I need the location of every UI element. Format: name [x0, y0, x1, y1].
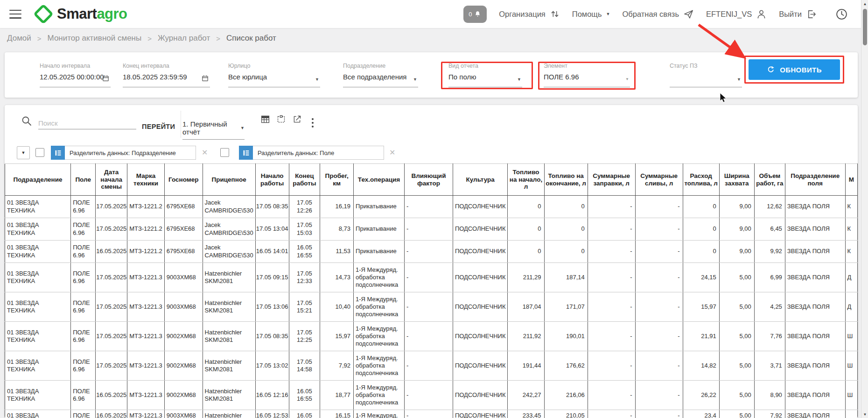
go-button[interactable]: ПЕРЕЙТИ: [142, 123, 175, 130]
element-select[interactable]: Элемент ПОЛЕ 6.96 ▼: [544, 63, 630, 87]
table-row[interactable]: 01 ЗВЕЗДА ТЕХНИКАПОЛЕ 6.9616.05.2025МТЗ-…: [5, 241, 858, 263]
cell: 01 ЗВЕЗДА ТЕХНИКА: [5, 218, 71, 241]
table-row[interactable]: 01 ЗВЕЗДА ТЕХНИКАПОЛЕ 6.9617.05.2025МТЗ-…: [5, 218, 858, 241]
user-menu[interactable]: EFTENIJ_VS: [706, 9, 767, 20]
element-value: ПОЛЕ 6.96: [544, 73, 630, 83]
refresh-button[interactable]: ОБНОВИТЬ: [749, 59, 840, 80]
column-header[interactable]: Ширина захвата: [719, 164, 754, 196]
start-interval-value: 12.05.2025 00:00:00: [40, 73, 111, 83]
toolbar-divider: [181, 111, 181, 138]
column-header[interactable]: Суммарные сливы, л: [635, 164, 683, 196]
calendar-icon[interactable]: [201, 74, 209, 82]
column-header[interactable]: Дата начала смены: [96, 164, 127, 196]
cell: 5,00: [719, 410, 754, 418]
more-options-button[interactable]: [310, 116, 315, 129]
column-header[interactable]: Топливо на начало, л: [508, 164, 544, 196]
search-input[interactable]: [38, 117, 136, 129]
column-header[interactable]: Объем работ, га: [754, 164, 785, 196]
breadcrumb-item[interactable]: Журнал работ: [158, 34, 210, 43]
cell: ПОДСОЛНЕЧНИК: [453, 322, 508, 351]
close-icon[interactable]: ✕: [389, 148, 395, 157]
breadcrumb-item[interactable]: Монитор активной смены: [48, 34, 142, 43]
app-logo[interactable]: Smartagro: [34, 4, 127, 24]
history-button[interactable]: [835, 8, 848, 21]
legal-entity-select[interactable]: Юрлицо Все юрлица ▼: [228, 63, 320, 87]
table-row[interactable]: 01 ЗВЕЗДА ТЕХНИКАПОЛЕ 6.9616.05.2025МТЗ-…: [5, 381, 858, 410]
table-row[interactable]: 01 ЗВЕЗДА ТЕХНИКАПОЛЕ 6.9617.05.2025МТЗ-…: [5, 292, 858, 322]
table-row[interactable]: 01 ЗВЕЗДА ТЕХНИКАПОЛЕ 6.9617.05.2025МТЗ-…: [5, 322, 858, 351]
table-row[interactable]: 01 ЗВЕЗДА ТЕХНИКАПОЛЕ 6.9617.05.2025МТЗ-…: [5, 351, 858, 381]
column-header[interactable]: Подразделение поля: [785, 164, 845, 196]
vertical-scrollbar[interactable]: ▲ ▼: [861, 0, 868, 418]
division-select[interactable]: Подразделение Все подразделения ▼: [343, 63, 418, 87]
division-label: Подразделение: [343, 63, 418, 69]
splitter-checkbox-division[interactable]: [35, 148, 44, 157]
cell: -: [635, 381, 683, 410]
start-interval-field[interactable]: Начало интервала 12.05.2025 00:00:00: [40, 63, 111, 87]
column-header[interactable]: Конец работы: [289, 164, 320, 196]
column-header[interactable]: Топливо на окончание, л: [544, 164, 588, 196]
column-header[interactable]: Поле: [71, 164, 96, 196]
end-interval-field[interactable]: Конец интервала 18.05.2025 23:59:59: [123, 63, 210, 87]
notifications-button[interactable]: 0: [463, 6, 487, 23]
organization-menu[interactable]: Организация: [499, 9, 560, 19]
cell: -: [588, 410, 635, 418]
scroll-up-button[interactable]: ▲: [861, 0, 868, 7]
cell: -: [404, 292, 453, 322]
cell-selection-icon[interactable]: [276, 114, 286, 124]
chevron-down-icon: ▼: [517, 77, 521, 82]
column-header[interactable]: Подразделение: [5, 164, 71, 196]
column-header[interactable]: Прицепное: [203, 164, 255, 196]
help-menu[interactable]: Помощь ▼: [572, 10, 610, 19]
feedback-button[interactable]: Обратная связь: [622, 9, 694, 20]
logout-button[interactable]: Выйти: [779, 9, 817, 20]
splitter-chip-field[interactable]: Разделитель данных: Поле: [239, 146, 384, 160]
cell: -: [588, 263, 635, 292]
splitter-checkbox-field[interactable]: [220, 148, 229, 157]
table-row[interactable]: 01 ЗВЕЗДА ТЕХНИКАПОЛЕ 6.9617.05.2025МТЗ-…: [5, 196, 858, 218]
cell: -: [635, 351, 683, 381]
cell: 01 ЗВЕЗДА ТЕХНИКА: [5, 292, 71, 322]
cell: 17.05 15:03: [289, 218, 320, 241]
column-header[interactable]: Суммарные заправки, л: [588, 164, 635, 196]
scrollbar-thumb[interactable]: [863, 9, 867, 45]
cell: 16.05 16:56: [289, 410, 320, 418]
cell: 5,00: [719, 322, 754, 351]
splitter-chip-division[interactable]: Разделитель данных: Подразделение: [51, 146, 196, 160]
cell: МТЗ-1221.3: [127, 410, 165, 418]
column-header[interactable]: Пробег, км: [320, 164, 354, 196]
cell: 23,4: [683, 410, 719, 418]
column-header[interactable]: Тех.операция: [354, 164, 405, 196]
column-header[interactable]: Госномер: [164, 164, 203, 196]
cell: 211,92: [508, 322, 544, 351]
cell: 1-Я Междуряд. обработка подсолнечника: [354, 410, 405, 418]
table-row[interactable]: 01 ЗВЕЗДА ТЕХНИКАПОЛЕ 6.9617.05.2025МТЗ-…: [5, 263, 858, 292]
column-header[interactable]: Марка техники: [127, 164, 165, 196]
cell: -: [635, 322, 683, 351]
report-type-select[interactable]: Вид отчета По полю ▼: [448, 63, 522, 87]
task-status-select[interactable]: Статус ПЗ ▼: [670, 63, 742, 87]
column-header[interactable]: Начало работы: [255, 164, 289, 196]
cell: 6795ХЕ68: [164, 241, 203, 263]
column-header[interactable]: Культура: [453, 164, 508, 196]
end-interval-value: 18.05.2025 23:59:59: [123, 73, 210, 83]
logout-label: Выйти: [779, 10, 802, 19]
close-icon[interactable]: ✕: [202, 148, 208, 157]
column-header[interactable]: М: [845, 164, 857, 196]
cell: 1-Я Междуряд. обработка подсолнечника: [354, 292, 405, 322]
table-view-icon[interactable]: [260, 114, 270, 124]
cell: Hatzenbichler SKM\2081: [203, 322, 255, 351]
field-chooser-dropdown[interactable]: ▼: [17, 146, 30, 159]
export-icon[interactable]: [292, 114, 302, 124]
cell: 17.05 09:15: [255, 263, 289, 292]
hamburger-menu-icon[interactable]: [9, 10, 21, 19]
column-header[interactable]: Влияющий фактор: [404, 164, 453, 196]
report-variant-select[interactable]: 1. Первичный отчёт ▼: [182, 120, 245, 140]
breadcrumb-item[interactable]: Домой: [7, 34, 31, 43]
data-splitter-icon: [239, 146, 253, 160]
column-header[interactable]: Расход топлива, л: [683, 164, 719, 196]
scroll-down-button[interactable]: ▼: [861, 411, 868, 418]
cell: МТЗ-1221.2: [127, 241, 165, 263]
table-row[interactable]: 01 ЗВЕЗДА ТЕХНИКАПОЛЕ 6.9616.05.2025МТЗ-…: [5, 410, 858, 418]
calendar-icon[interactable]: [102, 74, 110, 82]
